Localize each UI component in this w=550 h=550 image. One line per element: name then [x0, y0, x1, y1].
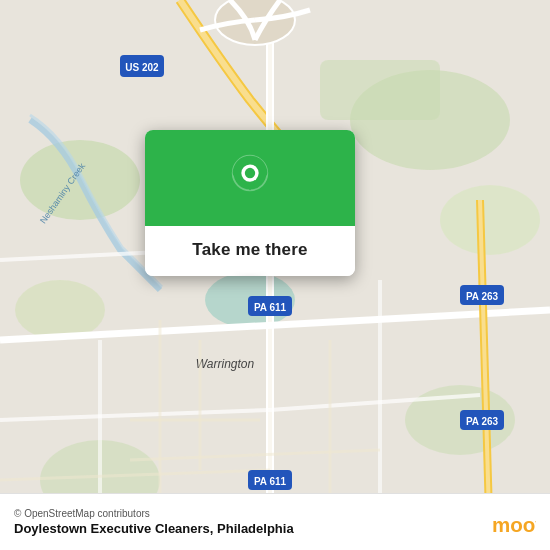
svg-text:PA 611: PA 611	[254, 476, 287, 487]
location-popup: Take me there	[145, 130, 355, 276]
bottom-bar: © OpenStreetMap contributors Doylestown …	[0, 493, 550, 550]
osm-attribution: © OpenStreetMap contributors	[14, 508, 294, 519]
svg-text:US 202: US 202	[125, 62, 159, 73]
svg-point-41	[245, 168, 255, 178]
location-pin-icon	[224, 154, 276, 206]
svg-point-5	[15, 280, 105, 340]
moovit-logo: moovit	[492, 504, 536, 540]
location-city-text: Philadelphia	[217, 521, 294, 536]
moovit-logo-icon: moovit	[492, 504, 536, 540]
svg-text:moovit: moovit	[492, 513, 536, 536]
popup-header	[145, 130, 355, 226]
svg-text:Warrington: Warrington	[196, 357, 255, 371]
svg-point-3	[440, 185, 540, 255]
svg-rect-4	[320, 60, 440, 120]
location-name-text: Doylestown Executive Cleaners	[14, 521, 210, 536]
bottom-bar-info: © OpenStreetMap contributors Doylestown …	[14, 508, 294, 536]
map-container: US 202 PA 611 PA 611 PA 263 PA 263 Warri…	[0, 0, 550, 550]
svg-text:PA 611: PA 611	[254, 302, 287, 313]
location-title: Doylestown Executive Cleaners, Philadelp…	[14, 521, 294, 536]
take-me-there-button[interactable]: Take me there	[145, 226, 355, 276]
svg-text:PA 263: PA 263	[466, 291, 499, 302]
svg-text:PA 263: PA 263	[466, 416, 499, 427]
